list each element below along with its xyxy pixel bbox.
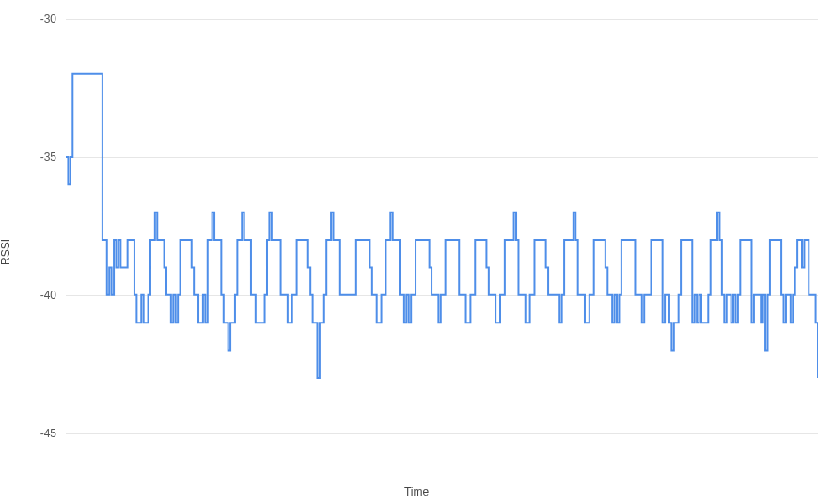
y-tick-label: -45 [0,427,56,440]
y-tick-label: -30 [0,12,56,25]
y-tick-label: -40 [0,289,56,302]
y-tick-label: -35 [0,150,56,164]
chart-container: RSSI -30 -35 -40 -45 Time [0,0,833,504]
rssi-series [66,74,818,378]
y-axis-label: RSSI [0,239,12,265]
plot-area [66,19,818,461]
x-axis-label: Time [404,485,429,498]
chart-svg [66,19,818,461]
